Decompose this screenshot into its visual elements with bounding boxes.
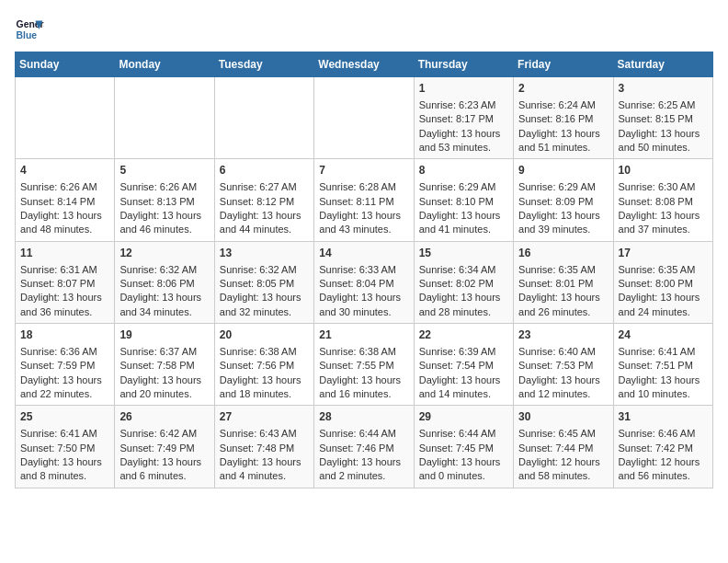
day-info-line: Sunrise: 6:44 AM (319, 427, 408, 441)
day-info-line: Daylight: 13 hours (119, 455, 209, 469)
calendar-cell: 30Sunrise: 6:45 AMSunset: 7:44 PMDayligh… (514, 406, 613, 488)
day-info-line: Daylight: 12 hours (518, 455, 608, 469)
calendar-cell: 25Sunrise: 6:41 AMSunset: 7:50 PMDayligh… (16, 406, 115, 488)
day-header-monday: Monday (115, 52, 214, 77)
calendar-cell: 11Sunrise: 6:31 AMSunset: 8:07 PMDayligh… (16, 241, 115, 323)
day-number: 9 (518, 163, 608, 178)
day-info-line: Sunset: 8:00 PM (619, 277, 708, 291)
page-header: General Blue (15, 15, 713, 44)
day-info-line: and 20 minutes. (119, 387, 209, 401)
day-info-line: and 48 minutes. (20, 223, 109, 236)
logo-icon: General Blue (15, 15, 44, 44)
day-info-line: Daylight: 13 hours (619, 373, 708, 387)
day-info-line: Sunset: 8:07 PM (20, 277, 109, 291)
day-number: 6 (220, 163, 309, 178)
calendar-cell: 23Sunrise: 6:40 AMSunset: 7:53 PMDayligh… (514, 324, 613, 406)
calendar-table: SundayMondayTuesdayWednesdayThursdayFrid… (15, 52, 713, 488)
day-info-line: Daylight: 13 hours (419, 127, 508, 141)
day-number: 22 (419, 327, 508, 343)
day-info-line: and 39 minutes. (518, 223, 608, 236)
svg-text:Blue: Blue (17, 30, 38, 40)
calendar-cell: 13Sunrise: 6:32 AMSunset: 8:05 PMDayligh… (214, 241, 313, 323)
day-info-line: and 56 minutes. (619, 469, 708, 483)
day-info-line: Daylight: 13 hours (419, 373, 508, 387)
day-info-line: Daylight: 13 hours (518, 209, 608, 223)
calendar-cell: 16Sunrise: 6:35 AMSunset: 8:01 PMDayligh… (514, 241, 613, 323)
day-info-line: Sunrise: 6:41 AM (20, 427, 109, 441)
day-header-friday: Friday (514, 52, 613, 77)
day-info-line: Daylight: 13 hours (518, 127, 608, 141)
calendar-cell (16, 77, 115, 159)
day-info-line: Sunrise: 6:34 AM (419, 263, 508, 277)
day-info-line: Sunset: 7:48 PM (220, 442, 309, 455)
day-number: 23 (518, 327, 608, 343)
day-info-line: and 37 minutes. (619, 223, 708, 236)
day-info-line: Sunrise: 6:26 AM (20, 180, 109, 194)
day-info-line: Sunrise: 6:24 AM (518, 98, 608, 112)
day-info-line: and 8 minutes. (20, 469, 109, 483)
day-info-line: Sunset: 7:44 PM (518, 442, 608, 455)
day-info-line: Sunset: 7:59 PM (20, 359, 109, 373)
day-info-line: Sunrise: 6:43 AM (220, 427, 309, 441)
day-info-line: and 4 minutes. (220, 469, 309, 483)
day-info-line: Sunset: 8:13 PM (119, 195, 209, 209)
day-number: 11 (20, 246, 109, 261)
day-info-line: Sunrise: 6:23 AM (419, 98, 508, 112)
day-number: 29 (419, 409, 508, 425)
day-info-line: Daylight: 13 hours (619, 209, 708, 223)
day-info-line: Sunrise: 6:36 AM (20, 345, 109, 359)
day-number: 21 (319, 327, 408, 343)
day-info-line: Sunrise: 6:46 AM (619, 427, 708, 441)
day-info-line: and 58 minutes. (518, 469, 608, 483)
day-info-line: Sunset: 8:04 PM (319, 277, 408, 291)
calendar-cell: 4Sunrise: 6:26 AMSunset: 8:14 PMDaylight… (16, 159, 115, 241)
day-info-line: Sunrise: 6:35 AM (518, 263, 608, 277)
day-number: 3 (619, 81, 708, 97)
day-info-line: Daylight: 13 hours (319, 209, 408, 223)
week-row-3: 11Sunrise: 6:31 AMSunset: 8:07 PMDayligh… (16, 241, 713, 323)
day-number: 20 (220, 327, 309, 343)
day-info-line: Sunset: 8:01 PM (518, 277, 608, 291)
day-info-line: and 51 minutes. (518, 141, 608, 155)
calendar-cell: 27Sunrise: 6:43 AMSunset: 7:48 PMDayligh… (214, 406, 313, 488)
day-info-line: Daylight: 13 hours (419, 455, 508, 469)
day-info-line: and 32 minutes. (220, 305, 309, 319)
calendar-cell: 15Sunrise: 6:34 AMSunset: 8:02 PMDayligh… (414, 241, 513, 323)
day-info-line: Daylight: 13 hours (20, 209, 109, 223)
calendar-cell: 24Sunrise: 6:41 AMSunset: 7:51 PMDayligh… (613, 324, 712, 406)
day-info-line: Sunrise: 6:40 AM (518, 345, 608, 359)
day-info-line: Daylight: 13 hours (518, 291, 608, 304)
day-number: 18 (20, 327, 109, 343)
week-row-5: 25Sunrise: 6:41 AMSunset: 7:50 PMDayligh… (16, 406, 713, 488)
day-number: 28 (319, 409, 408, 425)
calendar-cell (214, 77, 313, 159)
calendar-cell: 7Sunrise: 6:28 AMSunset: 8:11 PMDaylight… (314, 159, 414, 241)
day-info-line: Daylight: 13 hours (220, 291, 309, 304)
day-info-line: and 26 minutes. (518, 305, 608, 319)
day-number: 1 (419, 81, 508, 97)
day-header-saturday: Saturday (613, 52, 712, 77)
day-info-line: and 6 minutes. (119, 469, 209, 483)
day-info-line: Sunset: 8:06 PM (119, 277, 209, 291)
day-info-line: Daylight: 13 hours (319, 373, 408, 387)
day-info-line: and 16 minutes. (319, 387, 408, 401)
calendar-cell: 20Sunrise: 6:38 AMSunset: 7:56 PMDayligh… (214, 324, 313, 406)
calendar-cell: 26Sunrise: 6:42 AMSunset: 7:49 PMDayligh… (115, 406, 214, 488)
day-info-line: Sunset: 7:55 PM (319, 359, 408, 373)
day-info-line: and 18 minutes. (220, 387, 309, 401)
day-info-line: Daylight: 13 hours (20, 291, 109, 304)
day-info-line: and 53 minutes. (419, 141, 508, 155)
day-info-line: and 22 minutes. (20, 387, 109, 401)
day-info-line: and 10 minutes. (619, 387, 708, 401)
day-info-line: Sunset: 7:45 PM (419, 442, 508, 455)
day-info-line: Daylight: 13 hours (619, 291, 708, 304)
day-number: 7 (319, 163, 408, 178)
day-number: 8 (419, 163, 508, 178)
day-info-line: Sunrise: 6:33 AM (319, 263, 408, 277)
day-info-line: and 24 minutes. (619, 305, 708, 319)
day-info-line: and 36 minutes. (20, 305, 109, 319)
day-info-line: Sunset: 7:54 PM (419, 359, 508, 373)
calendar-cell: 2Sunrise: 6:24 AMSunset: 8:16 PMDaylight… (514, 77, 613, 159)
day-info-line: Daylight: 13 hours (20, 373, 109, 387)
day-info-line: Sunset: 7:56 PM (220, 359, 309, 373)
